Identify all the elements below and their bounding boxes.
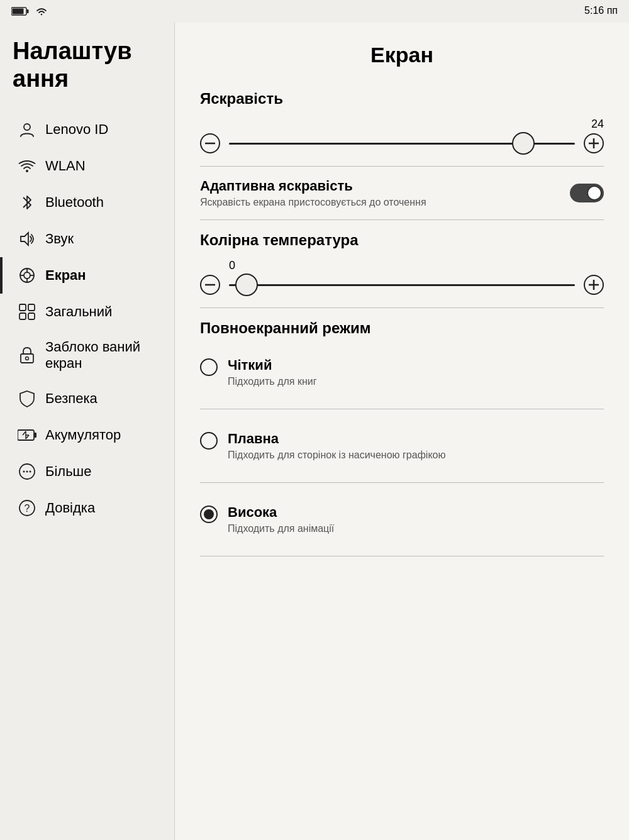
svg-rect-1 [13, 9, 24, 14]
adaptive-toggle[interactable] [570, 184, 604, 202]
svg-rect-15 [28, 313, 35, 319]
color-temp-value: 0 [229, 259, 604, 272]
divider-4 [200, 409, 604, 409]
radio-smooth-text: Плавна Підходить для сторінок із насичен… [228, 431, 445, 461]
sidebar-item-lenovo-id[interactable]: Lenovo ID [13, 111, 165, 148]
brightness-slider-row [200, 133, 604, 153]
radio-item-crisp[interactable]: Чіткий Підходить для книг [200, 347, 604, 397]
battery-icon [11, 7, 29, 16]
radio-smooth-desc: Підходить для сторінок із насиченою граф… [228, 450, 445, 461]
radio-smooth[interactable] [200, 432, 218, 450]
svg-point-17 [26, 357, 29, 360]
svg-marker-5 [21, 233, 28, 245]
sidebar-label-more: Більше [45, 463, 92, 480]
sidebar-label-lock-screen: Заблоко ваний екран [45, 339, 160, 372]
fullscreen-section: Повноекранний режим Чіткий Підходить для… [200, 319, 604, 556]
sidebar-item-bluetooth[interactable]: Bluetooth [13, 184, 165, 221]
color-temp-increase-button[interactable] [584, 275, 604, 295]
color-temp-slider-thumb[interactable] [235, 274, 258, 296]
divider-3 [200, 307, 604, 308]
page-title: Екран [200, 43, 604, 67]
svg-rect-13 [28, 304, 35, 311]
more-icon [18, 462, 36, 481]
sidebar-item-more[interactable]: Більше [13, 453, 165, 490]
sidebar-label-wlan: WLAN [45, 158, 86, 174]
sidebar-label-bluetooth: Bluetooth [45, 194, 104, 211]
sidebar-item-screen[interactable]: Екран [13, 257, 165, 294]
radio-high-desc: Підходить для анімації [228, 523, 334, 534]
adaptive-text: Адаптивна яскравість Яскравість екрана п… [200, 178, 560, 208]
main-panel: Екран Яскравість 24 Адаптивна яскравіст [175, 23, 629, 840]
radio-smooth-title: Плавна [228, 431, 445, 447]
radio-item-smooth[interactable]: Плавна Підходить для сторінок із насичен… [200, 421, 604, 471]
radio-high-title: Висока [228, 504, 334, 521]
sidebar-item-wlan[interactable]: WLAN [13, 148, 165, 184]
sidebar-item-sound[interactable]: Звук [13, 221, 165, 257]
person-icon [18, 120, 36, 139]
divider-2 [200, 219, 604, 220]
sidebar: Налаштув ання Lenovo ID WLAN [0, 23, 175, 840]
sidebar-label-battery: Акумулятор [45, 427, 121, 443]
svg-point-7 [24, 272, 30, 279]
radio-crisp-desc: Підходить для книг [228, 376, 317, 387]
brightness-decrease-button[interactable] [200, 133, 220, 153]
radio-crisp[interactable] [200, 358, 218, 376]
bluetooth-icon [18, 193, 36, 212]
wifi-icon [18, 157, 36, 175]
status-icons [11, 6, 49, 17]
svg-point-4 [26, 170, 28, 172]
brightness-increase-button[interactable] [584, 133, 604, 153]
sidebar-item-general[interactable]: Загальний [13, 294, 165, 330]
status-time: 5:16 пп [584, 5, 618, 16]
color-temp-section: Колірна температура 0 [200, 231, 604, 295]
security-icon [18, 389, 36, 408]
adaptive-desc: Яскравість екрана пристосовується до ото… [200, 197, 560, 208]
fullscreen-title: Повноекранний режим [200, 319, 604, 337]
battery-sidebar-icon [18, 426, 36, 445]
sidebar-label-general: Загальний [45, 304, 112, 320]
svg-rect-19 [35, 433, 37, 438]
svg-point-3 [24, 124, 30, 130]
color-temp-decrease-button[interactable] [200, 275, 220, 295]
radio-high[interactable] [200, 506, 218, 523]
radio-crisp-title: Чіткий [228, 357, 317, 373]
sidebar-item-lock-screen[interactable]: Заблоко ваний екран [13, 330, 165, 380]
adaptive-brightness-row: Адаптивна яскравість Яскравість екрана п… [200, 178, 604, 208]
sidebar-label-lenovo-id: Lenovo ID [45, 121, 108, 138]
svg-point-28 [30, 471, 31, 473]
divider-1 [200, 166, 604, 167]
screen-icon [18, 266, 36, 285]
sound-icon [18, 229, 36, 248]
sidebar-title: Налаштув ання [13, 38, 165, 92]
adaptive-title: Адаптивна яскравість [200, 178, 560, 194]
help-icon: ? [18, 499, 36, 517]
sidebar-item-security[interactable]: Безпека [13, 380, 165, 417]
brightness-title: Яскравість [200, 90, 604, 108]
brightness-slider-track[interactable] [229, 143, 575, 145]
app-layout: Налаштув ання Lenovo ID WLAN [0, 23, 629, 840]
sidebar-label-help: Довідка [45, 500, 95, 516]
brightness-value: 24 [200, 118, 604, 131]
radio-crisp-text: Чіткий Підходить для книг [228, 357, 317, 387]
sidebar-label-sound: Звук [45, 231, 74, 247]
svg-point-27 [26, 471, 28, 473]
svg-rect-12 [19, 304, 26, 311]
status-bar: 5:16 пп [0, 0, 629, 23]
brightness-section: Яскравість 24 [200, 90, 604, 153]
svg-point-26 [23, 471, 25, 473]
svg-rect-14 [19, 313, 26, 319]
wifi-status-icon [34, 6, 49, 17]
color-temp-title: Колірна температура [200, 231, 604, 249]
color-temp-slider-row [200, 275, 604, 295]
radio-item-high[interactable]: Висока Підходить для анімації [200, 494, 604, 544]
sidebar-item-help[interactable]: ? Довідка [13, 490, 165, 526]
sidebar-label-security: Безпека [45, 390, 97, 407]
color-temp-slider-track[interactable] [229, 284, 575, 286]
sidebar-label-screen: Екран [45, 267, 86, 284]
brightness-slider-thumb[interactable] [512, 132, 535, 155]
divider-6 [200, 556, 604, 556]
svg-rect-2 [27, 9, 29, 13]
lock-icon [18, 346, 36, 365]
radio-high-selected [204, 509, 214, 519]
sidebar-item-battery[interactable]: Акумулятор [13, 417, 165, 453]
